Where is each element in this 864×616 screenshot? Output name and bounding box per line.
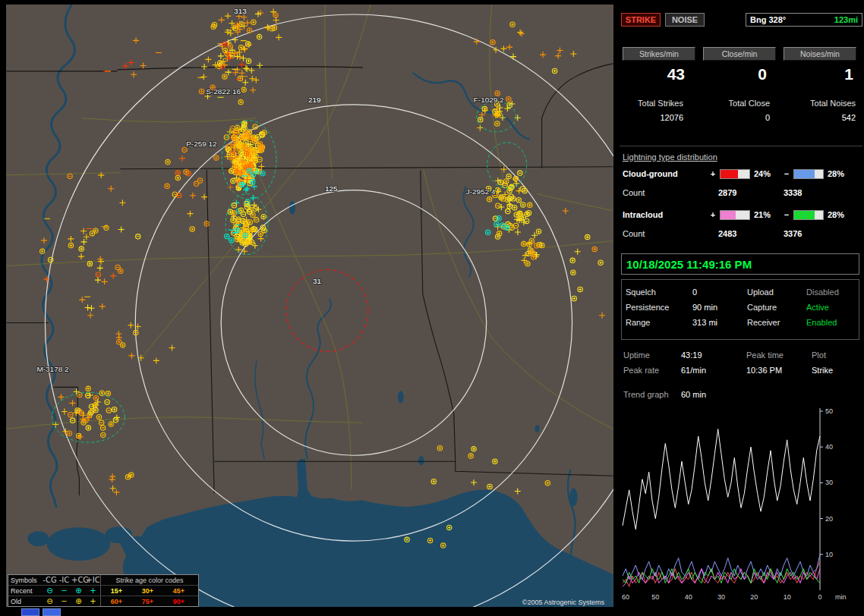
legend-header-row: Symbols -CG -IC +CG +IC Strike age color…	[8, 575, 198, 585]
noises-per-min-value: 1	[780, 65, 859, 83]
uptime-value: 43:19	[681, 350, 746, 360]
noises-per-min-button[interactable]: Noises/min	[784, 47, 856, 61]
neg-ic-recent-icon: −	[57, 586, 71, 595]
minus-sign: −	[781, 210, 792, 219]
legend-recent-label: Recent	[8, 587, 43, 595]
ic-count-label: Count	[620, 229, 718, 240]
receiver-label: Receiver	[747, 318, 806, 327]
plot-value: Strike	[812, 366, 862, 375]
svg-text:50: 50	[651, 593, 659, 601]
cloud-ground-row: Cloud-ground + 24% − 28%	[620, 168, 862, 179]
total-close-value: 0	[700, 113, 779, 122]
taskbar-icon[interactable]	[21, 608, 39, 616]
range-label: Range	[626, 318, 692, 327]
svg-text:10: 10	[825, 551, 833, 558]
peak-rate-label: Peak rate	[623, 366, 681, 375]
age-60: 60+	[101, 598, 132, 605]
minus-sign: −	[781, 169, 792, 178]
svg-text:20: 20	[750, 593, 758, 601]
persistence-label: Persistence	[626, 303, 692, 312]
peak-time-value: 10:36 PM	[746, 366, 812, 375]
total-labels: Total Strikes Total Close Total Noises	[620, 99, 862, 108]
svg-text:30: 30	[825, 479, 833, 486]
svg-text:min: min	[835, 593, 847, 601]
upload-label: Upload	[747, 288, 806, 297]
ic-positive-bar	[720, 210, 750, 220]
age-15: 15+	[101, 587, 132, 595]
intracloud-row: Intracloud + 21% − 28%	[620, 209, 862, 220]
strike-mode-button[interactable]: STRIKE	[621, 13, 661, 27]
cg-count-label: Count	[620, 188, 718, 199]
svg-text:0: 0	[818, 593, 821, 601]
noise-mode-button[interactable]: NOISE	[665, 13, 705, 27]
neg-cg-recent-icon: ⊖	[43, 586, 57, 595]
total-close-label: Total Close	[700, 99, 779, 108]
cg-negative-pct: 28%	[825, 169, 855, 178]
ic-positive-pct: 21%	[752, 210, 781, 219]
pos-ic-recent-icon: +	[86, 586, 100, 595]
rate-buttons: Strikes/min Close/min Noises/min	[620, 47, 862, 61]
datetime-box: 10/18/2025 11:49:16 PM	[621, 253, 859, 275]
squelch-label: Squelch	[626, 288, 692, 297]
age-90: 90+	[163, 598, 194, 605]
trend-graph-label: Trend graph	[623, 390, 681, 399]
legend-col-neg-ic: -IC	[57, 576, 71, 584]
map-canvas[interactable]: 12521931331S-2822 16P-259 12F-1029 2J-29…	[6, 5, 613, 607]
total-strikes-label: Total Strikes	[620, 99, 698, 108]
pos-cg-recent-icon: ⊕	[71, 586, 86, 595]
neg-cg-old-icon: ⊖	[43, 597, 57, 605]
close-per-min-button[interactable]: Close/min	[703, 47, 776, 61]
strike-legend: Symbols -CG -IC +CG +IC Strike age color…	[8, 574, 199, 607]
svg-text:219: 219	[308, 96, 321, 104]
total-values: 12076 0 542	[620, 113, 862, 122]
strikes-per-min-button[interactable]: Strikes/min	[623, 47, 695, 61]
ic-negative-pct: 28%	[825, 210, 855, 219]
plus-sign: +	[708, 169, 718, 178]
legend-age-title: Strike age color codes	[101, 577, 198, 584]
peak-time-label: Peak time	[746, 350, 812, 360]
ic-negative-bar	[793, 210, 824, 220]
cg-negative-count: 3338	[784, 188, 802, 199]
svg-text:60: 60	[622, 593, 629, 601]
total-strikes-value: 12076	[620, 113, 698, 122]
uptime-label: Uptime	[623, 350, 681, 360]
close-per-min-value: 0	[700, 65, 779, 83]
distribution-title: Lightning type distribution	[620, 152, 864, 162]
range-value: 313 mi	[692, 318, 747, 327]
svg-text:P-259 12: P-259 12	[186, 140, 217, 148]
plot-label: Plot	[812, 350, 862, 360]
svg-text:125: 125	[325, 184, 338, 193]
upload-value: Disabled	[806, 288, 859, 297]
svg-text:50: 50	[825, 407, 833, 415]
legend-old-row: Old ⊖ − ⊕ + 60+ 75+ 90+	[8, 596, 198, 606]
cg-positive-bar	[720, 169, 750, 179]
legend-symbols-label: Symbols	[8, 577, 43, 584]
trend-graph: 50403020106050403020100min	[620, 404, 861, 613]
cg-positive-count: 2879	[718, 188, 784, 199]
ic-positive-count: 2483	[718, 229, 784, 240]
svg-text:40: 40	[685, 593, 692, 601]
bearing-value: Bng 328°	[750, 15, 786, 24]
ic-negative-count: 3376	[784, 229, 802, 240]
legend-col-pos-cg: +CG	[71, 576, 86, 584]
settings-row-persistence: Persistence 90 min Capture Active	[622, 300, 859, 315]
copyright-text: ©2005 Astrogenic Systems	[522, 599, 604, 606]
peak-rate-value: 61/min	[681, 366, 746, 375]
lightning-map[interactable]: 12521931331S-2822 16P-259 12F-1029 2J-29…	[6, 5, 613, 607]
neg-ic-old-icon: −	[57, 597, 71, 605]
divider	[620, 146, 862, 146]
svg-text:J-2952 4: J-2952 4	[466, 187, 496, 196]
taskbar-icon[interactable]	[43, 608, 61, 616]
legend-old-label: Old	[8, 598, 43, 605]
cloud-ground-count-row: Count 2879 3338	[620, 188, 862, 199]
total-noises-value: 542	[780, 113, 859, 122]
cg-negative-bar	[793, 169, 824, 179]
settings-box: Squelch 0 Upload Disabled Persistence 90…	[621, 279, 859, 340]
bearing-distance: 123mi	[834, 15, 858, 24]
bearing-box: Bng 328° 123mi	[746, 13, 862, 27]
age-45: 45+	[163, 587, 194, 595]
receiver-value: Enabled	[806, 318, 859, 327]
svg-text:M-3178 2: M-3178 2	[36, 365, 69, 373]
intracloud-label: Intracloud	[620, 210, 708, 219]
cg-positive-pct: 24%	[752, 169, 781, 178]
